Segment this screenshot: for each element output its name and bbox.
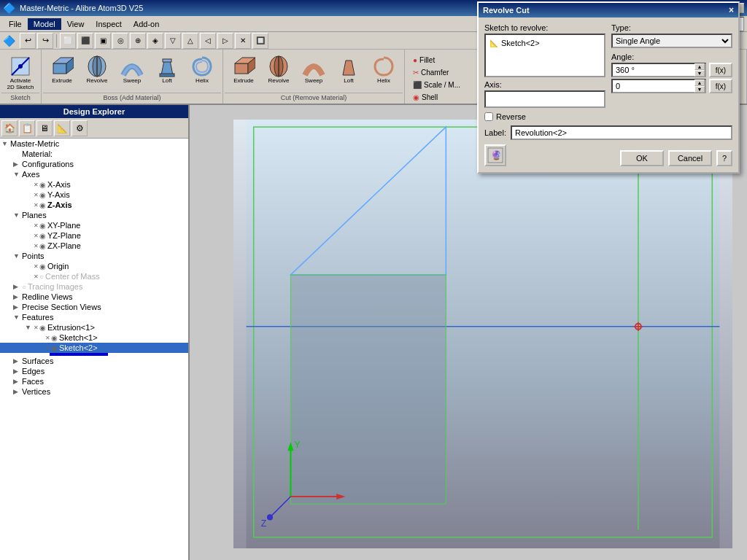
- menu-addon[interactable]: Add-on: [128, 18, 165, 30]
- cut-extrude-button[interactable]: Extrude: [226, 52, 261, 90]
- dialog-left-col: Sketch to revolve: 📐 Sketch<2> Axis:: [484, 23, 605, 108]
- tree-item[interactable]: ▼Axes: [0, 169, 188, 179]
- cut-sweep-button[interactable]: Sweep: [296, 52, 331, 90]
- dialog-icon-button[interactable]: 🔮: [484, 144, 506, 166]
- shell-button[interactable]: ◉ Shell: [409, 91, 441, 104]
- tree-item[interactable]: ✕◉YZ-Plane: [0, 230, 188, 241]
- axis-label: Axis:: [484, 80, 605, 89]
- quick-btn11[interactable]: ✕: [235, 33, 251, 49]
- tree-arrow: ▶: [13, 293, 22, 300]
- cut-revolve-button[interactable]: Revolve: [261, 52, 296, 90]
- quick-back-btn[interactable]: ↩: [20, 33, 36, 49]
- help-button[interactable]: ?: [716, 150, 732, 166]
- tree-item[interactable]: ▶Edges: [0, 366, 188, 376]
- tree-item[interactable]: ✕○Center of Mass: [0, 271, 188, 281]
- boss-helix-button[interactable]: Helix: [185, 52, 220, 90]
- quick-btn6[interactable]: ◈: [147, 33, 163, 49]
- reverse-checkbox[interactable]: [484, 112, 493, 121]
- dialog-close-button[interactable]: ×: [729, 5, 734, 15]
- quick-btn12[interactable]: 🔲: [252, 33, 268, 49]
- menu-model[interactable]: Model: [28, 18, 61, 30]
- explorer-settings-btn[interactable]: ⚙: [71, 120, 88, 136]
- angle-spinner[interactable]: 360 ° ▲ ▼: [611, 63, 706, 77]
- cancel-button[interactable]: Cancel: [668, 150, 712, 166]
- boss-sweep-button[interactable]: Sweep: [115, 52, 150, 90]
- tree-item[interactable]: ✕◉ZX-Plane: [0, 241, 188, 251]
- boss-revolve-button[interactable]: Revolve: [80, 52, 115, 90]
- tree-suppress-icon: ✕: [45, 335, 50, 341]
- ok-button[interactable]: OK: [620, 150, 664, 166]
- tree-item[interactable]: ▼Features: [0, 312, 188, 322]
- tree-item[interactable]: ▼Planes: [0, 210, 188, 220]
- fillet-icon: ●: [413, 56, 417, 64]
- explorer-toolbar: 🏠 📋 🖥 📐 ⚙: [0, 118, 188, 139]
- axis-input[interactable]: [484, 90, 605, 108]
- angle-num-fn-button[interactable]: f(x): [709, 79, 732, 93]
- angle-num-down-btn[interactable]: ▼: [694, 86, 705, 93]
- tree-item[interactable]: ▶○Tracing Images: [0, 281, 188, 292]
- tree-item[interactable]: ✕◉Z-Axis: [0, 200, 188, 210]
- fillet-button[interactable]: ● Fillet: [409, 54, 438, 66]
- quick-btn9[interactable]: ◁: [200, 33, 216, 49]
- tree-item[interactable]: ▶Faces: [0, 376, 188, 386]
- dialog-body: Sketch to revolve: 📐 Sketch<2> Axis: Typ…: [479, 18, 738, 172]
- tree-label: ZX-Plane: [47, 241, 81, 250]
- quick-btn5[interactable]: ⊕: [130, 33, 146, 49]
- tree-item[interactable]: ✕◉Origin: [0, 261, 188, 271]
- explorer-home-btn[interactable]: 🏠: [1, 120, 18, 136]
- tree-item[interactable]: ✕◉Sketch<2>: [0, 343, 188, 353]
- quick-btn7[interactable]: ▽: [165, 33, 181, 49]
- quick-btn4[interactable]: ◎: [112, 33, 128, 49]
- tree-item[interactable]: ▶Surfaces: [0, 356, 188, 366]
- tree-item[interactable]: ✕◉Sketch<1>: [0, 332, 188, 343]
- tree-item[interactable]: ▶Configurations: [0, 159, 188, 169]
- angle-up-btn[interactable]: ▲: [694, 63, 705, 70]
- menu-inspect[interactable]: Inspect: [90, 18, 127, 30]
- angle-fn-button[interactable]: f(x): [709, 63, 732, 77]
- quick-fwd-btn[interactable]: ↪: [37, 33, 53, 49]
- tree-item[interactable]: ▶Vertices: [0, 386, 188, 397]
- menu-view[interactable]: View: [61, 18, 90, 30]
- label-input[interactable]: [511, 125, 732, 140]
- cut-sweep-label: Sweep: [305, 78, 322, 85]
- tree-item[interactable]: ▼Master-Metric: [0, 139, 188, 149]
- tree-item[interactable]: ✕◉Y-Axis: [0, 190, 188, 200]
- tree-suppress-icon: ✕: [34, 182, 39, 188]
- viewport-background: Y Z: [233, 120, 732, 548]
- quick-btn2[interactable]: ⬛: [77, 33, 93, 49]
- quick-btn1[interactable]: ⬜: [60, 33, 76, 49]
- explorer-list-btn[interactable]: 📋: [19, 120, 35, 136]
- quick-btn3[interactable]: ▣: [95, 33, 111, 49]
- angle-down-btn[interactable]: ▼: [694, 70, 705, 77]
- angle-num-up-btn[interactable]: ▲: [694, 79, 705, 86]
- tree-item[interactable]: Material:: [0, 149, 188, 159]
- tree-arrow: ▼: [1, 140, 10, 147]
- svg-text:Z: Z: [261, 518, 267, 529]
- tree-item[interactable]: ▼Points: [0, 251, 188, 261]
- chamfer-button[interactable]: ✂ Chamfer: [409, 66, 452, 79]
- explorer-screen-btn[interactable]: 🖥: [36, 120, 53, 136]
- tree-suppress-icon: ✕: [34, 324, 39, 331]
- quick-btn8[interactable]: △: [182, 33, 198, 49]
- tree-suppress-icon: ✕: [34, 243, 39, 249]
- menu-file[interactable]: File: [3, 18, 28, 30]
- tree-item[interactable]: ▶Precise Section Views: [0, 302, 188, 312]
- tree-eye-icon: ◉: [39, 232, 46, 240]
- tree-item[interactable]: ▶Redline Views: [0, 292, 188, 302]
- tree-arrow: ▼: [13, 211, 22, 219]
- type-select[interactable]: Single Angle Symmetric Two Angles: [611, 34, 732, 48]
- boss-extrude-button[interactable]: Extrude: [44, 52, 80, 90]
- scale-button[interactable]: ⬛ Scale / M...: [409, 79, 464, 91]
- cut-revolve-icon: [267, 55, 290, 78]
- explorer-sketch-btn[interactable]: 📐: [54, 120, 70, 136]
- cut-loft-button[interactable]: Loft: [331, 52, 366, 90]
- activate-sketch-button[interactable]: Activate2D Sketch: [3, 52, 38, 90]
- sketch-to-revolve-input[interactable]: 📐 Sketch<2>: [484, 34, 605, 77]
- angle-num-spinner[interactable]: 0 ▲ ▼: [611, 79, 706, 93]
- boss-loft-button[interactable]: Loft: [150, 52, 185, 90]
- quick-btn10[interactable]: ▷: [217, 33, 233, 49]
- cut-helix-button[interactable]: Helix: [366, 52, 401, 90]
- tree-item[interactable]: ▼✕◉Extrusion<1>: [0, 322, 188, 332]
- tree-item[interactable]: ✕◉XY-Plane: [0, 220, 188, 230]
- tree-item[interactable]: ✕◉X-Axis: [0, 179, 188, 190]
